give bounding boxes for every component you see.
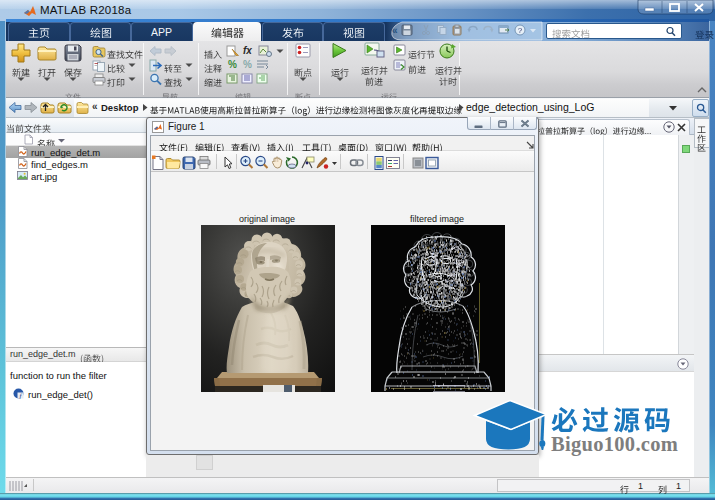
svg-text:?: ? (518, 26, 523, 35)
